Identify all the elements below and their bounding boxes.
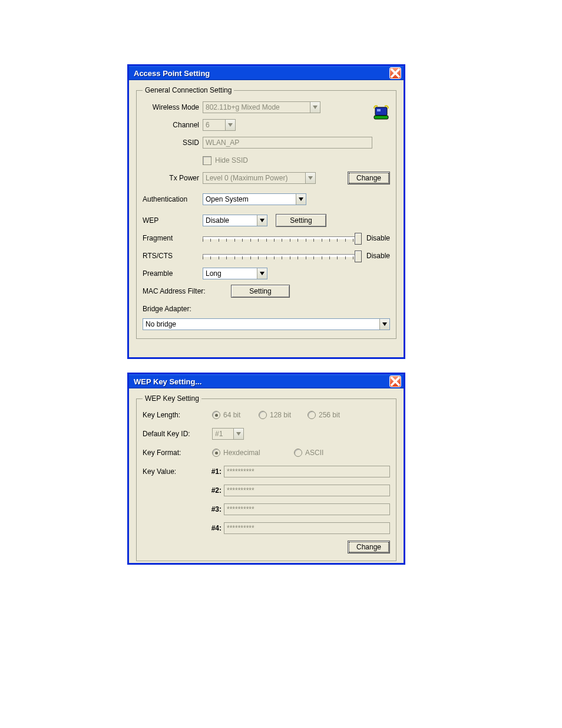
default-key-id-label: Default Key ID:: [143, 430, 201, 438]
channel-select: 6: [203, 119, 236, 131]
wep-key-setting-window: WEP Key Setting... WEP Key Setting Key L…: [127, 373, 405, 565]
access-point-setting-window: Access Point Setting General Connection …: [127, 64, 405, 359]
chevron-down-icon: [379, 319, 389, 330]
radio-256bit: [308, 411, 316, 419]
wep-label: WEP: [143, 216, 203, 225]
wireless-mode-select: 802.11b+g Mixed Mode: [203, 101, 320, 113]
ssid-value: WLAN_AP: [206, 139, 239, 147]
rts-slider[interactable]: [203, 249, 362, 262]
mac-filter-label: MAC Address Filter:: [143, 287, 231, 295]
bridge-adapter-value: No bridge: [146, 320, 176, 328]
key3-label: #3:: [201, 505, 224, 513]
ssid-input: WLAN_AP: [203, 137, 372, 149]
authentication-label: Authentication: [143, 195, 203, 203]
change-button[interactable]: Change: [348, 172, 390, 185]
groupbox-legend: General Connection Setting: [143, 86, 234, 94]
chevron-down-icon: [257, 215, 267, 226]
svg-rect-1: [377, 109, 381, 111]
radio-hex-label: Hexdecimal: [223, 449, 294, 457]
chevron-down-icon: [257, 268, 267, 279]
wep-setting-button[interactable]: Setting: [276, 214, 326, 227]
key-value-label: Key Value:: [143, 467, 201, 476]
key2-label: #2:: [201, 486, 224, 495]
key1-label: #1:: [201, 467, 224, 476]
close-icon[interactable]: [389, 375, 401, 387]
router-icon: [372, 105, 391, 121]
key-format-label: Key Format:: [143, 449, 201, 457]
preamble-value: Long: [206, 269, 222, 278]
close-icon[interactable]: [389, 67, 401, 79]
rts-label: RTS/CTS: [143, 252, 203, 260]
authentication-select[interactable]: Open System: [203, 193, 306, 205]
chevron-down-icon: [310, 102, 320, 113]
window-title: Access Point Setting: [134, 69, 210, 78]
chevron-down-icon: [225, 120, 235, 130]
slider-thumb[interactable]: [355, 233, 362, 245]
hide-ssid-checkbox: [203, 156, 211, 165]
tx-power-select: Level 0 (Maximum Power): [203, 172, 316, 184]
radio-64bit: [212, 411, 220, 419]
titlebar[interactable]: WEP Key Setting...: [129, 374, 404, 388]
key2-input: **********: [224, 485, 390, 496]
radio-64bit-label: 64 bit: [223, 411, 259, 419]
fragment-label: Fragment: [143, 234, 203, 242]
bridge-adapter-label: Bridge Adapter:: [143, 305, 191, 313]
groupbox-legend: WEP Key Setting: [143, 394, 201, 403]
channel-label: Channel: [143, 121, 203, 129]
rts-state: Disable: [366, 252, 390, 260]
chevron-down-icon: [233, 429, 243, 439]
default-key-id-value: #1: [215, 430, 223, 438]
wep-select[interactable]: Disable: [203, 215, 267, 226]
tx-power-label: Tx Power: [143, 174, 203, 182]
wireless-mode-label: Wireless Mode: [143, 103, 203, 111]
fragment-state: Disable: [366, 234, 390, 242]
authentication-value: Open System: [206, 195, 249, 203]
chevron-down-icon: [296, 194, 306, 205]
mac-filter-setting-button[interactable]: Setting: [231, 285, 290, 298]
preamble-label: Preamble: [143, 269, 203, 278]
radio-128bit: [259, 411, 267, 419]
default-key-id-select: #1: [212, 428, 244, 440]
radio-128bit-label: 128 bit: [270, 411, 308, 419]
svg-rect-2: [374, 116, 388, 119]
wep-key-groupbox: WEP Key Setting Key Length: 64 bit 128 b…: [136, 394, 396, 561]
key1-input: **********: [224, 466, 390, 477]
key-length-label: Key Length:: [143, 411, 201, 419]
radio-hex: [212, 449, 220, 457]
ssid-label: SSID: [143, 139, 203, 147]
change-button[interactable]: Change: [348, 541, 390, 554]
wep-value: Disable: [206, 216, 229, 225]
key4-input: **********: [224, 522, 390, 534]
titlebar[interactable]: Access Point Setting: [129, 66, 404, 80]
preamble-select[interactable]: Long: [203, 268, 267, 279]
radio-256bit-label: 256 bit: [319, 411, 340, 419]
chevron-down-icon: [305, 173, 315, 183]
bridge-adapter-select[interactable]: No bridge: [143, 318, 390, 330]
general-connection-groupbox: General Connection Setting Wireless Mode…: [136, 86, 396, 339]
tx-power-value: Level 0 (Maximum Power): [206, 174, 287, 182]
key3-input: **********: [224, 503, 390, 515]
window-title: WEP Key Setting...: [134, 377, 201, 386]
radio-ascii: [294, 449, 302, 457]
fragment-slider[interactable]: [203, 232, 362, 245]
key4-label: #4:: [201, 524, 224, 532]
wireless-mode-value: 802.11b+g Mixed Mode: [206, 103, 280, 111]
slider-thumb[interactable]: [355, 251, 362, 262]
radio-ascii-label: ASCII: [305, 449, 323, 457]
hide-ssid-label: Hide SSID: [215, 156, 248, 164]
channel-value: 6: [206, 121, 210, 129]
